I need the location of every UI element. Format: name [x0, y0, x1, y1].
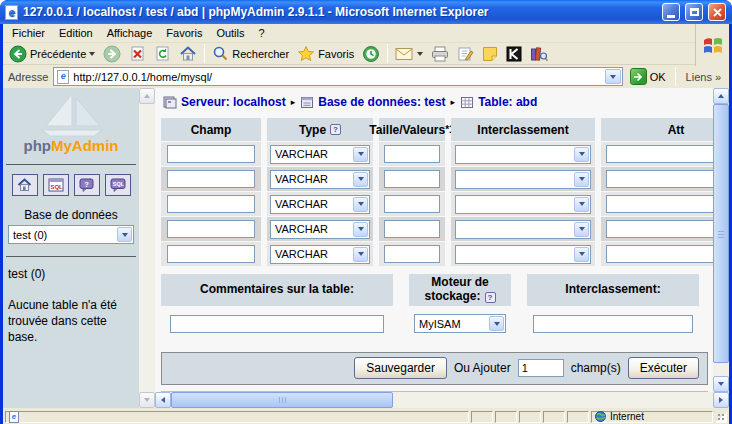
print-icon [431, 46, 449, 62]
field-name-input[interactable] [167, 170, 255, 188]
notes-button[interactable] [479, 43, 501, 64]
field-row-cell: VARCHAR [267, 192, 373, 216]
k-app-icon [506, 46, 522, 62]
scrollbar-track[interactable] [139, 104, 155, 392]
field-name-input[interactable] [167, 145, 255, 163]
home-button[interactable] [176, 43, 200, 64]
forward-button[interactable] [100, 43, 124, 64]
links-menu[interactable]: Liens » [683, 71, 724, 83]
refresh-button[interactable] [151, 43, 174, 64]
scroll-up-button[interactable] [713, 88, 729, 104]
select-dropdown-button[interactable] [117, 227, 132, 242]
close-button[interactable] [708, 3, 726, 21]
go-button[interactable]: OK [628, 68, 668, 85]
field-name-input[interactable] [167, 220, 255, 238]
maximize-button[interactable] [685, 3, 703, 21]
field-attribute-input[interactable] [606, 170, 713, 188]
menu-aide[interactable]: ? [252, 25, 272, 42]
breadcrumb-database-link[interactable]: Base de données: test [318, 95, 445, 109]
menu-edition[interactable]: Edition [52, 25, 100, 42]
database-select[interactable]: test (0) [8, 225, 134, 244]
menu-fichier[interactable]: Fichier [5, 25, 52, 42]
back-button[interactable]: Précédente [6, 43, 98, 64]
field-collation-select[interactable] [455, 245, 591, 264]
scrollbar-track[interactable] [713, 104, 729, 376]
field-collation-select[interactable] [455, 170, 591, 189]
field-length-input[interactable] [384, 170, 440, 188]
field-length-input[interactable] [384, 145, 440, 163]
edit-button[interactable] [454, 43, 477, 64]
sidebar-nav-icons: SQL ? SQL [3, 174, 139, 196]
address-input[interactable] [73, 71, 600, 83]
help-icon[interactable]: ? [485, 292, 496, 303]
mail-dropdown-icon[interactable] [417, 52, 423, 56]
field-type-select[interactable]: VARCHAR [270, 195, 370, 214]
scroll-down-button[interactable] [713, 376, 729, 392]
menu-outils[interactable]: Outils [209, 25, 251, 42]
help-icon[interactable]: ? [330, 124, 341, 135]
current-database[interactable]: test (0) [8, 267, 139, 281]
breadcrumb: Serveur: localhost ▸ Base de données: te… [163, 95, 713, 109]
field-attribute-input[interactable] [606, 145, 713, 163]
field-name-input[interactable] [167, 195, 255, 213]
save-button[interactable]: Sauvegarder [354, 357, 447, 379]
history-button[interactable] [359, 43, 383, 64]
table-collation-input[interactable] [533, 315, 693, 333]
table-comments-input[interactable] [170, 315, 384, 333]
scroll-right-button[interactable] [713, 392, 729, 408]
research-button[interactable] [527, 43, 551, 64]
phpmyadmin-doc-button[interactable]: ? [74, 174, 100, 196]
scrollbar-thumb[interactable] [713, 104, 729, 363]
mysql-doc-button[interactable]: SQL [105, 174, 131, 196]
scroll-down-button[interactable] [139, 392, 155, 408]
field-name-input[interactable] [167, 245, 255, 263]
execute-button[interactable]: Exécuter [628, 357, 699, 379]
chevron-down-icon [122, 233, 128, 237]
field-collation-select[interactable] [455, 145, 591, 164]
field-attribute-input[interactable] [606, 195, 713, 213]
resize-grip[interactable] [715, 411, 727, 423]
sidebar-scrollbar[interactable] [139, 88, 155, 408]
breadcrumb-table-link[interactable]: Table: abd [478, 95, 537, 109]
address-input-box[interactable]: e [53, 67, 622, 86]
print-button[interactable] [428, 43, 452, 64]
field-row-cell: VARCHAR [267, 242, 373, 266]
field-length-input[interactable] [384, 220, 440, 238]
scroll-left-button[interactable] [155, 392, 171, 408]
home-nav-button[interactable] [12, 174, 38, 196]
arrow-left-icon [161, 397, 165, 403]
field-collation-select[interactable] [455, 195, 591, 214]
k-app-button[interactable] [503, 43, 525, 64]
scrollbar-thumb[interactable] [171, 392, 393, 408]
main-horizontal-scrollbar[interactable] [155, 392, 729, 408]
breadcrumb-server-link[interactable]: Serveur: localhost [181, 95, 286, 109]
field-type-select[interactable]: VARCHAR [270, 245, 370, 264]
address-dropdown-button[interactable] [605, 69, 621, 84]
minimize-button[interactable] [662, 3, 680, 21]
field-row-cell [451, 167, 595, 191]
field-collation-select[interactable] [455, 220, 591, 239]
field-attribute-input[interactable] [606, 245, 713, 263]
storage-engine-select[interactable]: MyISAM [414, 314, 506, 333]
sidebar: phpMyAdmin SQL [3, 88, 139, 408]
field-length-input[interactable] [384, 195, 440, 213]
stop-button[interactable] [126, 43, 149, 64]
back-dropdown-icon[interactable] [89, 52, 95, 56]
mail-button[interactable] [392, 43, 426, 64]
main-vertical-scrollbar[interactable] [713, 88, 729, 392]
phpmyadmin-logo[interactable]: phpMyAdmin [3, 92, 139, 158]
menu-favoris[interactable]: Favoris [159, 25, 209, 42]
search-button[interactable]: Rechercher [209, 43, 292, 64]
menu-affichage[interactable]: Affichage [100, 25, 160, 42]
sql-window-button[interactable]: SQL [43, 174, 69, 196]
field-length-input[interactable] [384, 245, 440, 263]
field-type-select[interactable]: VARCHAR [270, 170, 370, 189]
field-type-select[interactable]: VARCHAR [270, 220, 370, 239]
add-fields-count-input[interactable] [518, 359, 564, 377]
scroll-up-button[interactable] [139, 88, 155, 104]
field-attribute-input[interactable] [606, 220, 713, 238]
scrollbar-track[interactable] [171, 392, 713, 408]
favorites-button[interactable]: Favoris [294, 43, 357, 64]
arrow-right-icon [719, 397, 723, 403]
field-type-select[interactable]: VARCHAR [270, 145, 370, 164]
